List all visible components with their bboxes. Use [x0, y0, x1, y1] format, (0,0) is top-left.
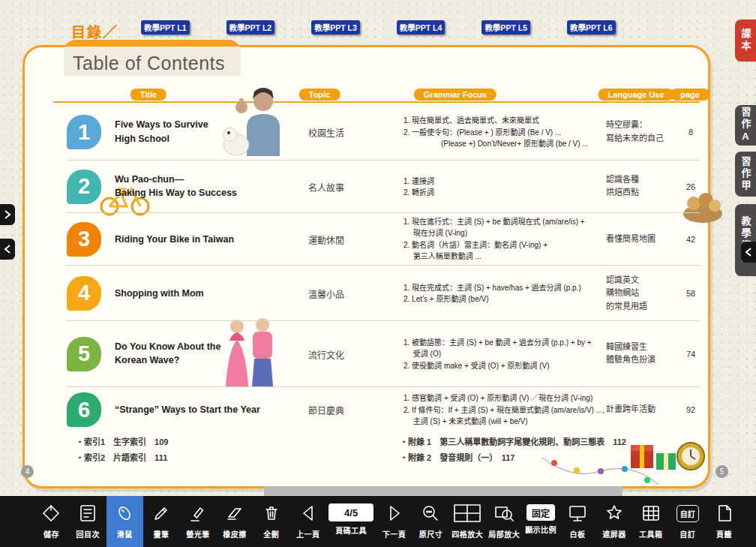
- ppt-button-l6[interactable]: 教學PPT L6: [567, 20, 616, 35]
- unit-language-use: 認識英文 購物網站 的常見用語: [606, 273, 674, 313]
- eraser-icon: [225, 501, 244, 525]
- unit-page-number: 92: [676, 405, 706, 414]
- toolbar-item-custom[interactable]: 自訂 自訂: [669, 496, 706, 547]
- previous-page-icon: [298, 501, 318, 525]
- unit-title[interactable]: Wu Pao-chun— Baking His Way to Success: [115, 173, 272, 201]
- toolbar-label: 全刪: [263, 528, 279, 539]
- unit-grammar-focus: 1. 被動語態：主詞 (S) + be 動詞 + 過去分詞 (p.p.) + b…: [404, 336, 612, 371]
- toolbar-label: 上一頁: [296, 528, 320, 539]
- left-panel-collapse-button[interactable]: [0, 239, 15, 260]
- toolbar-item-whiteboard[interactable]: 白板: [560, 496, 596, 547]
- toolbar-item-display-scale[interactable]: 固定 顯示比例: [523, 496, 560, 547]
- toolbar-item-save[interactable]: 儲存: [33, 496, 70, 547]
- toolbar-item-back-to-toc[interactable]: 回目次: [70, 496, 106, 547]
- unit-number-badge[interactable]: 6: [67, 392, 101, 427]
- unit-grammar-focus: 1. 現在完成式：主詞 (S) + have/has + 過去分詞 (p.p.)…: [404, 281, 612, 305]
- toolbar-item-next-page[interactable]: 下一頁: [376, 496, 412, 547]
- toolbar-item-screen-cover[interactable]: 遮屏器: [596, 496, 632, 547]
- page-title-tab: Table of Contents: [64, 40, 241, 76]
- toolbar-label: 滑鼠: [117, 528, 133, 539]
- toolbar-label: 儲存: [44, 528, 59, 539]
- right-panel-collapse-button[interactable]: [741, 242, 756, 263]
- toolbar-label: 局部放大: [488, 528, 520, 539]
- toolbar-label: 橡皮擦: [223, 528, 247, 539]
- appendix-entry-2: ・附錄 2 發音規則（一） 117: [400, 451, 514, 463]
- next-page-icon: [385, 501, 404, 525]
- toolbar-item-prev-page[interactable]: 上一頁: [290, 496, 326, 547]
- breadcrumb: 目錄／: [71, 21, 118, 41]
- toolbar-label: 頁籤: [716, 528, 732, 539]
- unit-number-badge[interactable]: 3: [67, 222, 101, 257]
- unit-grammar-focus: 1. 現在簡單式、過去簡單式、未來簡單式 2. 一般使令句：(Please + …: [404, 115, 612, 150]
- header-divider: [53, 101, 700, 103]
- toolbar-label: 顯示比例: [525, 524, 556, 535]
- toolbar-item-eraser[interactable]: 橡皮擦: [216, 496, 253, 547]
- ppt-button-l4[interactable]: 教學PPT L4: [397, 20, 446, 35]
- unit-topic: 運動休閒: [289, 233, 364, 245]
- unit-topic: 名人故事: [289, 180, 364, 193]
- tab-teaching-resources[interactable]: 教學資源: [735, 204, 756, 276]
- unit-topic: 校園生活: [289, 126, 364, 139]
- column-header-grammar-focus: Grammar Focus: [414, 89, 496, 101]
- toolbar-item-page-indicator[interactable]: 4/5 頁碼工具: [326, 496, 376, 547]
- toolbar-item-toolbox[interactable]: 工具箱: [632, 496, 669, 547]
- toolbar-item-original-size[interactable]: 原尺寸: [412, 496, 449, 547]
- four-pane-grid-icon: [453, 501, 482, 525]
- chevron-left-icon: [745, 247, 752, 257]
- mouse-icon: [115, 501, 134, 525]
- unit-page-number: 8: [676, 128, 706, 137]
- scrollbar[interactable]: [264, 486, 622, 496]
- pen-icon: [152, 501, 171, 525]
- toolbar-label: 下一頁: [382, 528, 406, 539]
- ppt-button-l5[interactable]: 教學PPT L5: [482, 20, 530, 35]
- toolbar-item-pen[interactable]: 畫筆: [143, 496, 180, 547]
- toolbar-item-area-zoom[interactable]: 局部放大: [486, 496, 523, 547]
- area-magnifier-icon: [494, 501, 514, 525]
- column-header-title: Title: [130, 89, 166, 101]
- tab-workbook-a[interactable]: 習作A: [735, 105, 756, 146]
- toolbar-item-quad-zoom[interactable]: 四格放大: [449, 496, 486, 547]
- unit-number-badge[interactable]: 1: [67, 115, 101, 149]
- tab-textbook[interactable]: 課本: [735, 20, 756, 62]
- unit-title[interactable]: Riding Your Bike in Taiwan: [115, 232, 272, 246]
- magnifier-icon: [421, 501, 440, 525]
- page-number-left: 4: [21, 465, 34, 478]
- toolbar-label: 頁碼工具: [335, 524, 367, 536]
- toc-row-unit-6: 6 “Strange” Ways to Start the Year 節日慶典 …: [25, 387, 708, 432]
- ppt-button-l2[interactable]: 教學PPT L2: [226, 20, 275, 35]
- unit-title[interactable]: Do You Know About the Korean Wave?: [115, 340, 272, 368]
- toc-row-unit-1: 1 Five Ways to Survive High School 校園生活 …: [25, 104, 708, 160]
- save-icon: [41, 501, 61, 525]
- toc-row-unit-3: 3 Riding Your Bike in Taiwan 運動休閒 1. 現在進…: [25, 213, 708, 265]
- unit-title[interactable]: Shopping with Mom: [115, 286, 272, 300]
- custom-box-icon: 自訂: [676, 501, 699, 525]
- tab-workbook-jia[interactable]: 習作甲: [735, 152, 756, 197]
- toolbox-grid-icon: [641, 501, 661, 525]
- toc-page: Table of Contents Title Topic Grammar Fo…: [22, 45, 710, 488]
- scale-mode-box[interactable]: 固定: [526, 504, 555, 521]
- toolbar-item-page-tabs[interactable]: 頁籤: [706, 496, 742, 547]
- toolbar-item-mouse[interactable]: 滑鼠: [106, 496, 143, 547]
- tab-label: 習作A: [739, 107, 753, 144]
- unit-number-badge[interactable]: 4: [67, 276, 101, 311]
- unit-number-badge[interactable]: 5: [67, 337, 101, 371]
- unit-title[interactable]: Five Ways to Survive High School: [115, 118, 272, 146]
- unit-number-badge[interactable]: 2: [67, 170, 101, 204]
- unit-topic: 節日慶典: [289, 404, 364, 416]
- unit-page-number: 58: [676, 289, 706, 298]
- unit-language-use: 韓國練習生 體驗角色扮演: [606, 341, 674, 367]
- page-indicator-box[interactable]: 4/5: [328, 503, 374, 521]
- ppt-button-l3[interactable]: 教學PPT L3: [311, 20, 360, 35]
- unit-grammar-focus: 1. 連接詞 2. 轉折詞: [404, 175, 612, 198]
- toolbar-item-delete-all[interactable]: 全刪: [253, 496, 290, 547]
- unit-language-use: 看懂簡易地圖: [606, 233, 674, 246]
- unit-title[interactable]: “Strange” Ways to Start the Year: [115, 403, 272, 417]
- ppt-button-l1[interactable]: 教學PPT L1: [141, 20, 190, 35]
- unit-grammar-focus: 1. 現在進行式：主詞 (S) + be 動詞現在式 (am/are/is) +…: [404, 216, 612, 263]
- chevron-right-icon: [4, 209, 11, 220]
- unit-page-number: 26: [676, 182, 706, 191]
- toolbar-item-highlighter[interactable]: 螢光筆: [180, 496, 217, 547]
- toc-list-icon: [78, 501, 98, 525]
- toc-row-unit-5: 5 Do You Know About the Korean Wave? 流行文…: [25, 321, 708, 386]
- left-panel-expand-button[interactable]: [0, 204, 15, 225]
